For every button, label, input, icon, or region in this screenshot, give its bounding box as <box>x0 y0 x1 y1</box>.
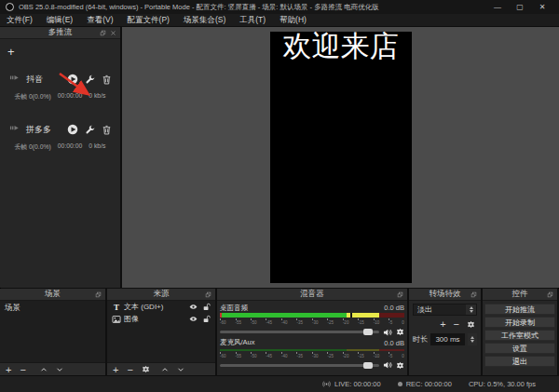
transition-properties-gear-icon[interactable] <box>467 320 475 329</box>
channel-settings-gear-icon[interactable] <box>396 361 404 370</box>
studio-mode-button[interactable]: 工作室模式 <box>484 330 555 341</box>
move-scene-up-icon[interactable] <box>40 366 48 373</box>
start-stream-icon[interactable] <box>67 74 78 85</box>
mixer-panel: 混音器 桌面音频 0.0 dB -60-55-50-45-40-35-30-25… <box>217 289 407 375</box>
channel-settings-gear-icon[interactable] <box>396 328 404 336</box>
move-source-up-icon[interactable] <box>161 366 169 373</box>
rec-status: REC: 00:00:00 <box>398 380 452 388</box>
stream-time: 00:00:00 <box>58 142 82 152</box>
multistream-panel-header[interactable]: 多推流 <box>0 27 120 39</box>
sources-toolbar: + − <box>107 362 215 375</box>
add-source-button[interactable]: + <box>113 364 118 375</box>
stream-status-icon <box>8 74 20 84</box>
add-transition-button[interactable]: + <box>440 318 445 330</box>
volume-slider[interactable] <box>220 331 379 333</box>
scenes-panel-title: 场景 <box>45 289 61 300</box>
menu-item-scene-collection[interactable]: 场景集合(S) <box>184 15 225 26</box>
visibility-eye-icon[interactable] <box>189 315 198 323</box>
volume-meter <box>220 349 404 351</box>
float-dock-icon[interactable] <box>547 291 553 298</box>
stream-actions <box>67 124 112 135</box>
db-scale-numbers: -60-55-50-45-40-35-30-25-20-15-10-50 <box>220 355 404 359</box>
scene-list-item[interactable]: 场景 <box>0 301 105 316</box>
float-dock-icon[interactable] <box>95 291 102 298</box>
bottom-docks: 场景 场景 + − 来源 T 文本 (GDI+) <box>0 289 559 375</box>
float-dock-icon[interactable] <box>205 291 211 298</box>
spinner-up-icon <box>470 306 473 309</box>
exit-button[interactable]: 退出 <box>484 356 555 367</box>
volume-slider-handle[interactable] <box>363 362 373 369</box>
sources-panel-header[interactable]: 来源 <box>107 289 215 301</box>
volume-slider-handle[interactable] <box>363 329 373 335</box>
volume-slider[interactable] <box>220 364 379 367</box>
transition-select-spinner[interactable] <box>466 304 476 315</box>
settings-button[interactable]: 设置 <box>484 343 555 354</box>
source-label: 图像 <box>124 314 139 324</box>
stream-status-icon <box>8 125 20 134</box>
delete-stream-trash-icon[interactable] <box>102 74 112 85</box>
float-dock-icon[interactable] <box>470 291 477 298</box>
mute-speaker-icon[interactable] <box>383 360 392 370</box>
lock-icon[interactable] <box>202 303 211 311</box>
window-controls: — ▢ ✕ <box>486 0 553 14</box>
float-dock-icon[interactable] <box>397 291 403 298</box>
menu-item-file[interactable]: 文件(F) <box>7 15 33 26</box>
stream-item-pinduoduo[interactable]: 拼多多 <box>0 122 120 137</box>
title-bar[interactable]: OBS 25.0.8-modified (64-bit, windows) - … <box>0 0 559 14</box>
move-source-down-icon[interactable] <box>177 366 184 373</box>
scenes-toolbar: + − <box>0 362 105 375</box>
delete-stream-trash-icon[interactable] <box>102 125 112 135</box>
stream-settings-wrench-icon[interactable] <box>85 74 95 85</box>
transitions-panel-header[interactable]: 转场特效 <box>409 289 481 301</box>
mixer-channel-mic-aux: 麦克风/Aux 0.0 dB -60-55-50-45-40-35-30-25-… <box>220 339 404 372</box>
close-dock-icon[interactable] <box>110 30 116 36</box>
cpu-fps-stats: CPU: 0.5%, 30.00 fps <box>469 380 536 388</box>
move-scene-down-icon[interactable] <box>56 366 63 373</box>
dropped-frames: 丢帧 0(0.0%) <box>15 142 51 152</box>
visibility-eye-icon[interactable] <box>189 303 198 311</box>
controls-panel-header[interactable]: 控件 <box>483 289 557 301</box>
float-dock-icon[interactable] <box>100 30 106 36</box>
db-scale: -60-55-50-45-40-35-30-25-20-15-10-50 <box>220 352 404 359</box>
remove-transition-button[interactable]: − <box>454 318 459 330</box>
stream-settings-wrench-icon[interactable] <box>85 125 95 135</box>
menu-item-view[interactable]: 查看(V) <box>87 15 113 26</box>
transition-select[interactable]: 淡出 <box>413 304 477 316</box>
sources-panel-title: 来源 <box>154 289 170 300</box>
start-stream-icon[interactable] <box>67 124 78 135</box>
scenes-panel-header[interactable]: 场景 <box>0 289 105 301</box>
source-properties-gear-icon[interactable] <box>142 365 150 373</box>
live-timer: LIVE: 00:00:00 <box>334 380 381 388</box>
remove-source-button[interactable]: − <box>127 364 132 375</box>
start-recording-button[interactable]: 开始录制 <box>484 317 555 328</box>
obs-logo-icon <box>6 3 14 11</box>
source-row-image[interactable]: 图像 <box>107 313 215 325</box>
stream-item-douyin[interactable]: 抖音 <box>0 72 120 87</box>
lock-icon[interactable] <box>202 315 211 323</box>
menu-item-profile[interactable]: 配置文件(P) <box>128 15 170 26</box>
remove-scene-button[interactable]: − <box>20 364 25 375</box>
close-button[interactable]: ✕ <box>531 0 553 14</box>
record-dot-icon <box>398 382 402 386</box>
duration-input[interactable]: 300 ms <box>430 333 465 345</box>
controls-body: 开始推流 开始录制 工作室模式 设置 退出 <box>483 301 557 375</box>
start-streaming-button[interactable]: 开始推流 <box>484 304 555 315</box>
mixer-panel-header[interactable]: 混音器 <box>217 289 407 301</box>
channel-name: 麦克风/Aux <box>220 338 255 347</box>
sources-list: T 文本 (GDI+) 图像 <box>107 301 215 362</box>
mixer-body: 桌面音频 0.0 dB -60-55-50-45-40-35-30-25-20-… <box>217 301 407 375</box>
program-canvas[interactable]: 欢迎来店 <box>270 32 412 283</box>
add-scene-button[interactable]: + <box>6 364 11 375</box>
menu-item-tools[interactable]: 工具(T) <box>239 15 266 26</box>
menu-item-help[interactable]: 帮助(H) <box>280 15 307 26</box>
obs-window: OBS 25.0.8-modified (64-bit, windows) - … <box>0 0 559 392</box>
add-stream-button[interactable]: + <box>7 45 15 59</box>
stream-name: 抖音 <box>26 74 43 86</box>
duration-spinner[interactable] <box>468 333 477 345</box>
maximize-button[interactable]: ▢ <box>509 0 531 14</box>
menu-item-edit[interactable]: 编辑(E) <box>47 15 73 26</box>
transition-selected-value: 淡出 <box>414 304 466 315</box>
minimize-button[interactable]: — <box>486 0 509 14</box>
source-row-text[interactable]: T 文本 (GDI+) <box>107 301 215 313</box>
mute-speaker-icon[interactable] <box>383 328 392 337</box>
